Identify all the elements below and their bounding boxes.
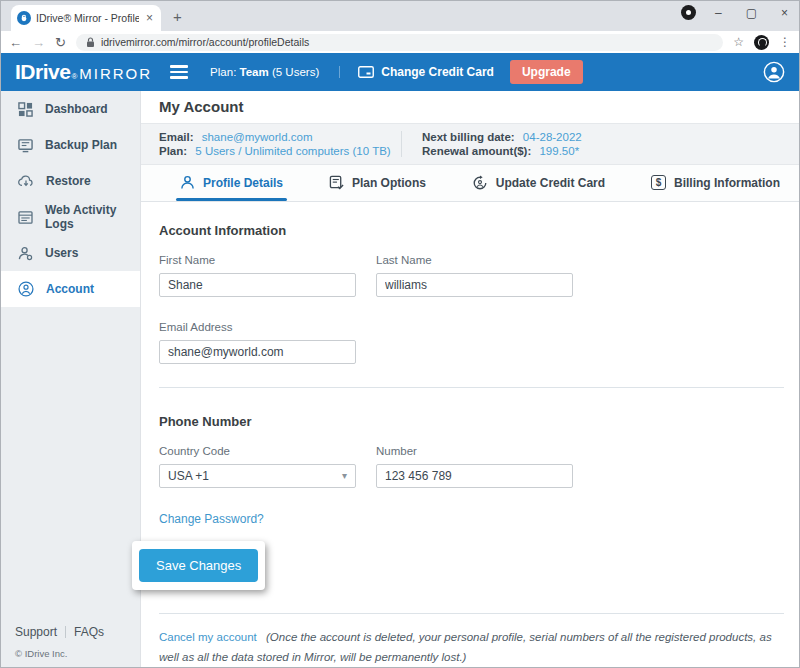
profile-icon: [180, 175, 195, 190]
change-credit-card-button[interactable]: Change Credit Card: [358, 65, 494, 79]
plan-options-icon: [329, 175, 344, 190]
account-info-bar: Email: shane@myworld.com Plan: 5 Users /…: [141, 124, 799, 165]
app-header: IDrive ® MIRROR Plan: Team (5 Users) Cha…: [1, 53, 799, 91]
address-bar[interactable]: idrivemirror.com/mirror/account/profileD…: [76, 34, 723, 51]
support-link[interactable]: Support: [15, 625, 57, 639]
tab-plan-options[interactable]: Plan Options: [325, 165, 430, 201]
country-code-value: USA +1: [168, 469, 209, 483]
chevron-down-icon: ▾: [342, 470, 347, 481]
account-tabs: Profile Details Plan Options Update Cred…: [141, 165, 799, 202]
tab-close-icon[interactable]: ×: [144, 11, 155, 25]
tab-label: Billing Information: [674, 176, 780, 190]
sidebar-item-label: Backup Plan: [45, 138, 117, 152]
hamburger-menu-icon[interactable]: [170, 62, 188, 82]
browser-tab[interactable]: IDrive® Mirror - Profile Details ×: [11, 5, 161, 31]
last-name-field[interactable]: [376, 273, 573, 297]
forward-icon[interactable]: →: [32, 35, 45, 50]
account-icon: [18, 281, 34, 297]
back-icon[interactable]: ←: [9, 35, 22, 50]
email-address-label: Email Address: [159, 321, 356, 333]
first-name-label: First Name: [159, 254, 356, 266]
next-billing-date-label: Next billing date:: [422, 131, 515, 143]
sidebar-footer: Support FAQs © IDrive Inc.: [15, 625, 104, 659]
section-divider: [159, 387, 784, 388]
activity-logs-icon: [18, 211, 33, 224]
browser-menu-icon[interactable]: ⋮: [779, 35, 791, 49]
page-title: My Account: [159, 98, 243, 115]
logo-text: IDrive: [15, 60, 70, 84]
tab-strip: IDrive® Mirror - Profile Details × + – ▢…: [1, 1, 799, 31]
logo-subtext: MIRROR: [79, 65, 152, 82]
bookmark-star-icon[interactable]: ☆: [733, 35, 744, 49]
registered-mark: ®: [71, 72, 77, 81]
footer-divider: [65, 626, 66, 638]
email-value: shane@myworld.com: [202, 131, 313, 143]
update-credit-card-icon: [472, 175, 488, 191]
plan-label: Plan:: [159, 145, 187, 157]
tab-label: Plan Options: [352, 176, 426, 190]
last-name-label: Last Name: [376, 254, 573, 266]
plan-name: Team: [240, 66, 269, 78]
recording-indicator-icon: [681, 5, 696, 20]
first-name-field[interactable]: [159, 273, 356, 297]
change-credit-card-label: Change Credit Card: [381, 65, 494, 79]
sidebar-item-account[interactable]: Account: [1, 271, 140, 307]
browser-profile-avatar[interactable]: [754, 35, 769, 50]
new-tab-button[interactable]: +: [173, 8, 182, 25]
renewal-amount-label: Renewal amount($):: [422, 145, 531, 157]
tab-profile-details[interactable]: Profile Details: [176, 165, 287, 201]
email-label: Email:: [159, 131, 194, 143]
tab-label: Profile Details: [203, 176, 283, 190]
upgrade-button[interactable]: Upgrade: [510, 60, 583, 84]
sidebar-item-label: Dashboard: [45, 102, 108, 116]
country-code-select[interactable]: USA +1 ▾: [159, 464, 356, 488]
plan-value: 5 Users / Unlimited computers (10 TB): [195, 145, 390, 157]
renewal-amount-value: 199.50*: [539, 145, 579, 157]
sidebar-item-label: Restore: [46, 174, 91, 188]
lock-icon: [86, 37, 95, 48]
tab-label: Update Credit Card: [496, 176, 605, 190]
change-password-link[interactable]: Change Password?: [159, 512, 264, 526]
cancel-account-row: Cancel my account (Once the account is d…: [159, 627, 784, 667]
phone-number-label: Number: [376, 445, 573, 457]
idrive-mirror-logo: IDrive ® MIRROR: [15, 60, 152, 84]
account-information-heading: Account Information: [159, 223, 784, 238]
sidebar-item-label: Users: [45, 246, 78, 260]
page-titlebar: My Account: [141, 91, 799, 124]
browser-toolbar: ← → ↻ idrivemirror.com/mirror/account/pr…: [1, 31, 799, 53]
sidebar-item-web-activity-logs[interactable]: Web Activity Logs: [1, 199, 140, 235]
restore-cloud-icon: [18, 174, 34, 188]
close-button[interactable]: ×: [776, 6, 793, 20]
plan-detail: (5 Users): [272, 66, 319, 78]
maximize-button[interactable]: ▢: [741, 6, 762, 20]
profile-details-panel: Account Information First Name Last Name…: [141, 202, 799, 667]
sidebar-item-label: Account: [46, 282, 94, 296]
faqs-link[interactable]: FAQs: [74, 625, 104, 639]
tab-billing-information[interactable]: $ Billing Information: [647, 165, 784, 201]
plan-label: Plan:: [210, 66, 236, 78]
cancel-account-link[interactable]: Cancel my account: [159, 631, 257, 643]
dashboard-icon: [18, 102, 33, 117]
credit-card-icon: [358, 66, 374, 78]
backup-plan-icon: [18, 138, 33, 153]
sidebar-item-dashboard[interactable]: Dashboard: [1, 91, 140, 127]
sidebar-item-users[interactable]: Users: [1, 235, 140, 271]
sidebar-item-backup-plan[interactable]: Backup Plan: [1, 127, 140, 163]
tab-update-credit-card[interactable]: Update Credit Card: [468, 165, 609, 201]
phone-number-heading: Phone Number: [159, 414, 784, 429]
users-icon: [18, 246, 33, 261]
plan-summary: Plan: Team (5 Users): [210, 66, 340, 78]
copyright-text: © IDrive Inc.: [15, 648, 104, 659]
sidebar: Dashboard Backup Plan Restore Web Activi…: [1, 91, 141, 667]
minimize-button[interactable]: –: [710, 6, 727, 20]
reload-icon[interactable]: ↻: [55, 35, 66, 50]
bottom-divider: [159, 613, 784, 614]
idrive-favicon-icon: [17, 11, 31, 25]
sidebar-item-label: Web Activity Logs: [45, 203, 140, 231]
billing-dollar-icon: $: [651, 175, 666, 190]
sidebar-item-restore[interactable]: Restore: [1, 163, 140, 199]
account-avatar-icon[interactable]: [763, 61, 785, 83]
save-changes-button[interactable]: Save Changes: [139, 549, 258, 582]
phone-number-field[interactable]: [376, 464, 573, 488]
email-address-field[interactable]: [159, 340, 356, 364]
